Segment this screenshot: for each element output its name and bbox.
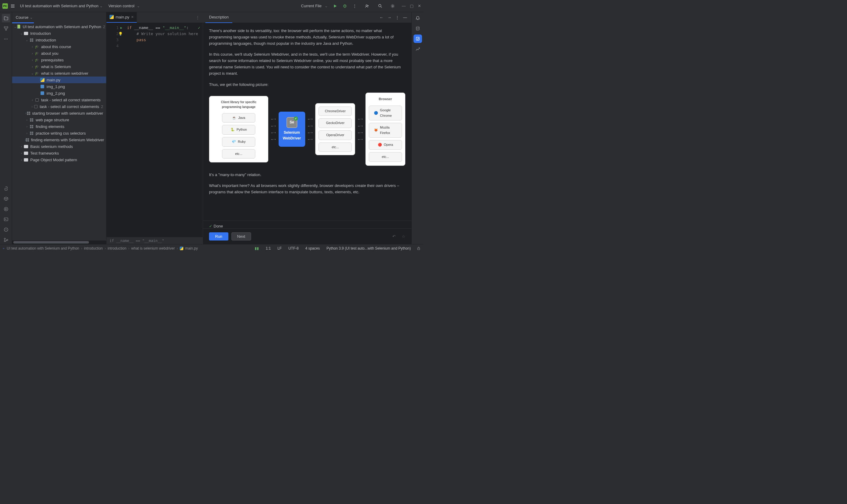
notifications-icon[interactable] [414,14,422,22]
svg-rect-14 [416,37,419,40]
tree-section-basic-methods[interactable]: Basic selenium methods [12,143,106,150]
architecture-diagram: Client library for specific programming … [209,93,406,165]
debug-button[interactable] [341,2,349,10]
star-icon[interactable]: ☆ [402,234,406,239]
description-tab[interactable]: Description [205,12,232,23]
titlebar: PC UI test automation with Selenium and … [0,0,424,12]
tree-task-what-is-selenium-webdriver[interactable]: what is selenium webdriver [12,70,106,76]
tree-lesson-web-page-structure[interactable]: web page structure [12,116,106,123]
course-tree[interactable]: UI test automation with Selenium and Pyt… [12,23,106,240]
tree-task-what-is-selenium[interactable]: what is Selenium [12,63,106,70]
minimize-window-button[interactable]: ― [402,4,406,8]
hide-panel-icon[interactable]: ― [401,15,409,20]
description-paragraph: What's important here? As all browsers w… [209,183,406,195]
more-actions-button[interactable]: ⋮ [350,2,359,10]
statistics-icon[interactable] [414,45,422,53]
project-name[interactable]: UI test automation with Selenium and Pyt… [20,4,98,8]
file-encoding[interactable]: UTF-8 [288,246,299,251]
editor-tab-main-py[interactable]: main.py × [107,12,137,23]
interpreter-info[interactable]: Python 3.9 (UI test auto...with Selenium… [326,246,411,251]
svg-point-10 [4,238,5,239]
ide-logo: PC [2,3,8,9]
run-configuration-selector[interactable]: Current File⌄ [301,4,328,8]
more-tools-icon[interactable]: ⋯ [2,35,10,43]
problems-icon[interactable] [2,226,10,234]
description-paragraph: Thus, we get the following picture: [209,82,406,88]
description-body[interactable]: There's another side to its versatility,… [203,23,411,220]
services-icon[interactable] [2,205,10,213]
svg-rect-8 [4,218,8,221]
horizontal-scrollbar[interactable] [12,240,106,244]
tree-task-about-you[interactable]: about you [12,50,106,57]
version-control-menu[interactable]: Version control ⌄ [108,4,140,8]
tree-lesson-introduction[interactable]: introduction [12,37,106,43]
task-description-panel: Description ← → ⋮ ― There's another side… [203,12,411,244]
project-tool-icon[interactable] [2,14,10,22]
tree-course-root[interactable]: UI test automation with Selenium and Pyt… [12,23,106,30]
code-area[interactable]: if __name__ == "__main__": # Write your … [121,23,203,237]
tree-lesson-finding-with-wd[interactable]: finding elements with Selenium Webdriver [12,137,106,143]
main-menu-button[interactable] [8,2,17,10]
gutter: 1▶ 2💡 3 4 [107,23,121,237]
database-tool-icon[interactable] [414,24,422,33]
run-marker-icon[interactable]: ▶ [121,25,122,31]
tree-section-introduction[interactable]: Introduction [12,30,106,37]
line-separator[interactable]: LF [277,246,282,251]
terminal-icon[interactable] [2,215,10,223]
svg-point-0 [344,5,346,7]
svg-rect-15 [418,248,420,250]
python-packages-icon[interactable] [2,195,10,203]
run-button[interactable] [331,2,339,10]
tree-task-select1[interactable]: task - select all correct statements [12,96,106,103]
code-editor[interactable]: 1▶ 2💡 3 4 if __name__ == "__main__": # W… [107,23,203,237]
tree-lesson-finding-elements[interactable]: finding elements [12,123,106,130]
nav-back-icon[interactable]: ← [378,15,385,20]
undo-icon[interactable]: ↶ [392,234,396,239]
diagram-selenium-box: Se SeleniumWebDriver [278,112,305,147]
edu-active-icon[interactable] [414,35,422,43]
editor-tabs: main.py × ⋮ [107,12,203,23]
cursor-position[interactable]: 1:1 [266,246,271,251]
intention-bulb-icon[interactable]: 💡 [118,31,123,37]
status-breadcrumb[interactable]: UI test automation with Selenium and Pyt… [7,246,198,251]
description-paragraph: There's another side to its versatility,… [209,28,406,47]
task-status-label: Done [214,224,223,229]
nav-forward-icon[interactable]: → [385,15,393,20]
course-tree-header[interactable]: Course⌄ [12,12,106,22]
code-with-me-button[interactable] [363,2,372,10]
close-window-button[interactable]: ✕ [418,4,421,8]
tree-section-test-frameworks[interactable]: Test frameworks [12,150,106,157]
svg-rect-4 [4,26,5,28]
tree-file-main-py[interactable]: main.py [12,76,106,83]
maximize-window-button[interactable]: ▢ [410,4,414,8]
search-everywhere-button[interactable] [376,2,384,10]
readonly-lock-icon[interactable] [417,247,420,250]
description-menu-icon[interactable]: ⋮ [393,15,401,20]
tree-task-prerequisites[interactable]: prerequisites [12,57,106,63]
svg-point-3 [392,5,393,7]
tree-section-pom[interactable]: Page Object Model pattern [12,157,106,163]
tree-file-img2[interactable]: img_2.png [12,90,106,96]
editor-panel: main.py × ⋮ 1▶ 2💡 3 4 if __name__ == "__… [107,12,203,244]
inspection-ok-icon[interactable]: ✓ [198,25,200,30]
svg-point-11 [4,240,5,242]
status-module-icon: ▫ [3,246,4,251]
indent-info[interactable]: 4 spaces [305,246,320,251]
python-console-icon[interactable] [2,184,10,193]
tree-file-img1[interactable]: img_1.png [12,83,106,90]
tree-lesson-practice-css[interactable]: practice writing css selectors [12,130,106,137]
tree-task-about-course[interactable]: about this course [12,43,106,50]
close-tab-icon[interactable]: × [131,15,134,19]
next-task-button[interactable]: Next [231,232,251,240]
settings-button[interactable] [389,2,397,10]
description-header: Description ← → ⋮ ― [203,12,411,23]
vcs-icon[interactable] [2,236,10,244]
tree-task-select2[interactable]: task - select all correct statements2 [12,103,106,110]
edu-book-icon[interactable]: ▮▮ [255,246,259,251]
editor-tabs-menu-icon[interactable]: ⋮ [196,15,200,20]
tree-lesson-starting-browser[interactable]: starting browser with selenium webdriver [12,110,106,116]
structure-tool-icon[interactable] [2,24,10,33]
editor-breadcrumb[interactable]: if __name__ == "__main__" [107,237,203,244]
chevron-down-icon: ⌄ [325,4,328,8]
run-task-button[interactable]: Run [209,232,228,240]
